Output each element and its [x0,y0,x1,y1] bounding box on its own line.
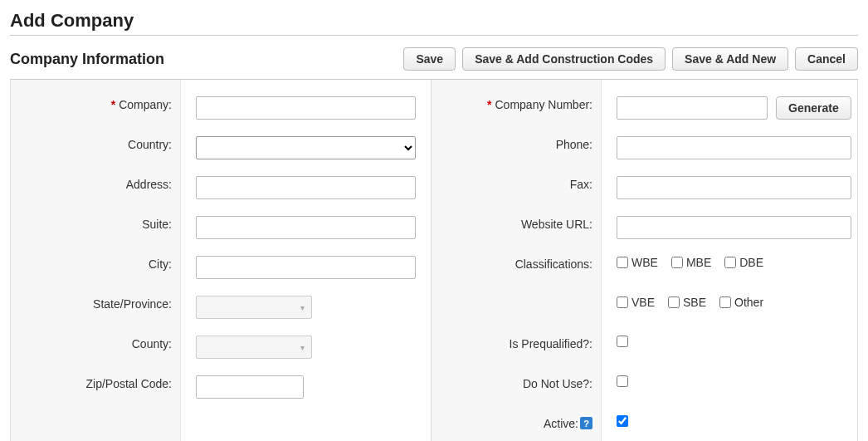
county-select[interactable]: ▾ [196,336,312,359]
phone-input[interactable] [617,136,851,159]
suite-input[interactable] [196,216,416,239]
label-active-text: Active: [544,417,578,430]
page-title: Add Company [10,10,858,36]
city-input[interactable] [196,256,416,279]
country-select[interactable] [196,136,416,159]
dbe-checkbox[interactable] [724,257,736,268]
mbe-checkbox[interactable] [671,257,683,268]
url-input[interactable] [617,216,851,239]
sbe-label: SBE [683,296,706,309]
label-city-text: City: [149,257,172,271]
label-country: Country: [11,135,180,174]
other-label: Other [734,296,763,309]
label-classifications: Classifications: [432,254,601,294]
label-state-text: State/Province: [93,297,172,311]
section-header: Company Information Save Save & Add Cons… [10,42,858,80]
wbe-checkbox[interactable] [617,257,628,268]
label-donotuse-text: Do Not Use?: [523,377,592,390]
form-panel: *Company: Country: Address: Suite: City:… [10,80,858,441]
company-number-input[interactable] [617,96,768,120]
wbe-label: WBE [631,256,658,269]
save-add-new-button[interactable]: Save & Add New [672,47,788,71]
save-add-codes-button[interactable]: Save & Add Construction Codes [462,47,666,71]
mbe-label: MBE [686,256,711,269]
vbe-label: VBE [631,296,655,309]
label-prequalified: Is Prequalified?: [432,334,601,374]
other-checkbox[interactable] [719,296,731,308]
help-icon[interactable]: ? [580,417,592,429]
right-inputs: Generate WBE MBE DBE VBE SBE Other [602,80,866,441]
left-inputs: ▾ ▾ [181,80,431,441]
label-state: State/Province: [11,294,180,334]
label-company-number: *Company Number: [432,95,601,135]
button-row: Save Save & Add Construction Codes Save … [403,47,858,71]
fax-input[interactable] [617,176,851,199]
label-city: City: [11,254,180,294]
label-url: Website URL: [432,214,601,254]
label-zip: Zip/Postal Code: [11,374,180,414]
label-address-text: Address: [126,178,172,191]
classification-vbe[interactable]: VBE [617,296,655,309]
label-address: Address: [11,174,180,214]
company-input[interactable] [196,96,416,120]
vbe-checkbox[interactable] [617,296,628,308]
save-button[interactable]: Save [403,47,456,71]
label-url-text: Website URL: [521,218,592,231]
zip-input[interactable] [196,375,304,399]
dbe-label: DBE [739,256,763,269]
label-donotuse: Do Not Use?: [432,374,601,414]
classification-dbe[interactable]: DBE [724,256,763,269]
label-suite-text: Suite: [142,218,172,231]
label-company: *Company: [11,95,180,135]
classification-wbe[interactable]: WBE [617,256,658,269]
label-prequalified-text: Is Prequalified?: [510,337,592,350]
donotuse-checkbox[interactable] [617,375,628,387]
label-phone-text: Phone: [556,138,592,151]
label-classifications-spacer [432,294,601,334]
label-suite: Suite: [11,214,180,254]
cancel-button[interactable]: Cancel [795,47,858,71]
section-title: Company Information [10,51,164,68]
label-zip-text: Zip/Postal Code: [86,377,173,390]
label-classifications-text: Classifications: [515,257,592,271]
right-labels: *Company Number: Phone: Fax: Website URL… [432,80,602,441]
left-column: *Company: Country: Address: Suite: City:… [11,80,432,441]
classification-other[interactable]: Other [719,296,763,309]
label-active: Active:? [432,414,601,441]
sbe-checkbox[interactable] [668,296,680,308]
label-fax-text: Fax: [570,178,592,191]
active-checkbox[interactable] [617,415,628,427]
label-company-number-text: Company Number: [495,98,593,111]
generate-button[interactable]: Generate [776,96,851,120]
right-column: *Company Number: Phone: Fax: Website URL… [432,80,866,441]
label-county-text: County: [132,337,172,350]
required-icon: * [487,98,491,111]
label-company-text: Company: [119,98,172,111]
prequalified-checkbox[interactable] [617,336,628,347]
classification-mbe[interactable]: MBE [671,256,711,269]
label-county: County: [11,334,180,374]
left-labels: *Company: Country: Address: Suite: City:… [11,80,181,441]
label-phone: Phone: [432,135,601,174]
label-country-text: Country: [128,138,172,151]
required-icon: * [111,98,115,111]
state-select[interactable]: ▾ [196,296,312,319]
classification-sbe[interactable]: SBE [668,296,706,309]
label-fax: Fax: [432,174,601,214]
address-input[interactable] [196,176,416,199]
